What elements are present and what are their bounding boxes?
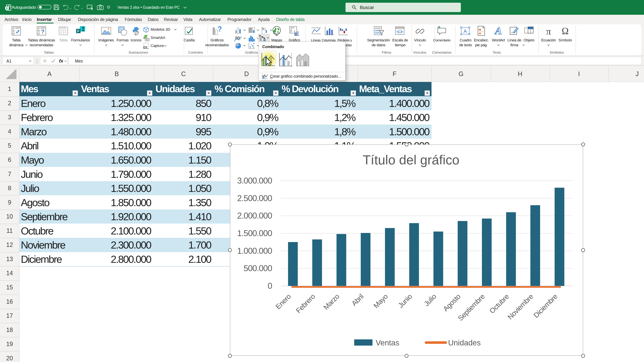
svg-text:3.000.000: 3.000.000 [237,176,272,185]
svg-text:?: ? [41,28,44,35]
svg-text:π: π [546,26,551,37]
svg-text:Enero: Enero [274,293,292,311]
svg-text:0: 0 [268,281,272,291]
svg-text:Noviembre: Noviembre [506,293,534,321]
svg-text:?: ? [218,25,222,33]
svg-text:F: F [77,29,79,33]
svg-text:2.000.000: 2.000.000 [237,211,272,220]
svg-text:X: X [6,7,8,10]
svg-text:Agosto: Agosto [442,293,462,313]
svg-text:Título del gráfico: Título del gráfico [363,152,460,167]
svg-text:Mayo: Mayo [372,293,389,310]
svg-text:500.000: 500.000 [244,264,272,273]
svg-text:1.000.000: 1.000.000 [237,246,272,256]
svg-text:Julio: Julio [422,293,438,308]
svg-text:Abril: Abril [350,293,365,307]
svg-text:A: A [464,28,467,34]
svg-text:Febrero: Febrero [294,293,316,315]
svg-text:Unidades: Unidades [448,338,481,347]
svg-text:Diciembre: Diciembre [532,293,559,320]
svg-text:Octubre: Octubre [488,293,510,315]
svg-text:Ventas: Ventas [376,338,399,347]
svg-text:2.500.000: 2.500.000 [237,194,272,203]
svg-text:Marzo: Marzo [322,293,341,311]
svg-text:Junio: Junio [397,293,414,309]
svg-text:1.500.000: 1.500.000 [237,229,272,238]
svg-text:Ω: Ω [562,26,569,36]
svg-text:A: A [494,25,502,36]
